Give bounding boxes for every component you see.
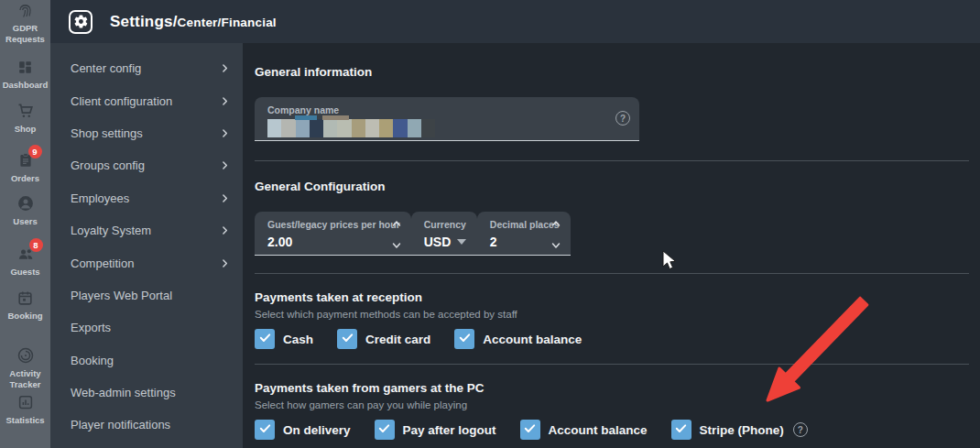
redaction-block: [281, 119, 295, 137]
checkbox-label: Stripe (Phone): [700, 423, 784, 437]
redaction-block: [352, 119, 365, 137]
redaction-block: [379, 119, 393, 137]
option-account-balance[interactable]: Account balance: [454, 329, 582, 349]
sidebar-item-players-web-portal[interactable]: Players Web Portal: [50, 279, 243, 311]
redaction-block: [408, 119, 421, 137]
section-title-payments-reception: Payments taken at reception: [255, 290, 969, 304]
checkbox-label: Pay after logout: [403, 423, 496, 437]
checkbox-label: Account balance: [549, 423, 648, 437]
settings-sidebar: Center config Client configuration Shop …: [50, 43, 243, 448]
redaction-block: [267, 119, 281, 137]
checkmark-icon: [523, 421, 537, 439]
sidebar-item-competition[interactable]: Competition: [50, 246, 243, 279]
checkmark-icon: [258, 421, 272, 439]
help-circle-icon[interactable]: ?: [615, 111, 630, 126]
option-on-delivery[interactable]: On delivery: [255, 420, 351, 440]
main-content: General information Company name ? Gener…: [243, 43, 980, 448]
rail-item-gdpr-requests[interactable]: GDPR Requests: [0, 0, 50, 45]
payments-pc-subtitle: Select how gamers can pay you while play…: [255, 399, 969, 410]
stepper-arrows[interactable]: [391, 219, 402, 250]
checkmark-icon: [377, 421, 391, 439]
sidebar-item-center-config[interactable]: Center config: [50, 52, 243, 84]
rail-item-guests[interactable]: 8 Guests: [0, 244, 50, 278]
sidebar-item-label: Employees: [71, 191, 129, 205]
sidebar-item-groups-config[interactable]: Groups config: [50, 149, 243, 181]
sidebar-item-label: Loyalty System: [71, 224, 151, 237]
checkbox[interactable]: [255, 329, 275, 349]
sidebar-item-loyalty-system[interactable]: Loyalty System: [50, 214, 243, 246]
field-value: 2: [490, 235, 560, 249]
sidebar-item-label: Competition: [71, 257, 134, 270]
rail-item-label: Orders: [2, 173, 49, 184]
sidebar-item-web-admin-settings[interactable]: Web-admin settings: [50, 377, 243, 409]
checkbox[interactable]: [375, 420, 395, 440]
sidebar-item-booking[interactable]: Booking: [50, 344, 243, 377]
sidebar-item-label: Client configuration: [71, 94, 172, 108]
checkbox[interactable]: [520, 420, 540, 440]
redaction-block: [337, 119, 351, 137]
sidebar-item-client-configuration[interactable]: Client configuration: [50, 84, 243, 116]
checkbox[interactable]: [337, 329, 357, 349]
redaction-strip: [295, 115, 317, 120]
sidebar-item-player-notifications[interactable]: Player notifications: [50, 409, 243, 441]
checkbox[interactable]: [454, 329, 474, 349]
rail-item-dashboard[interactable]: Dashboard: [0, 57, 50, 91]
stepper-arrows[interactable]: [550, 219, 561, 250]
rail-item-shop[interactable]: Shop: [0, 101, 50, 135]
option-cash[interactable]: Cash: [255, 329, 313, 349]
notification-badge: 9: [28, 145, 42, 158]
sidebar-item-label: Player notifications: [71, 418, 170, 432]
checkbox[interactable]: [671, 420, 691, 440]
rail-item-label: Booking: [2, 311, 49, 322]
checkmark-icon: [258, 331, 272, 348]
checkbox-label: Cash: [283, 333, 313, 346]
dropdown-caret-icon[interactable]: [457, 232, 466, 248]
rail-item-label: Shop: [2, 124, 49, 135]
field-label: Currency: [424, 219, 466, 230]
rail-item-statistics[interactable]: Statistics: [0, 392, 50, 426]
sidebar-item-shop-settings[interactable]: Shop settings: [50, 117, 243, 149]
sidebar-item-exports[interactable]: Exports: [50, 311, 243, 344]
rail-item-booking[interactable]: Booking: [0, 288, 50, 322]
checkbox-label: Account balance: [483, 333, 582, 346]
rail-item-activity-tracker[interactable]: Activity Tracker: [0, 345, 50, 390]
redaction-block: [421, 119, 435, 137]
sidebar-item-label: Exports: [71, 321, 111, 334]
rail-item-label: Statistics: [2, 415, 49, 426]
sidebar-item-employees[interactable]: Employees: [50, 182, 243, 214]
field-currency[interactable]: Currency USD: [411, 212, 477, 256]
header: Settings/ Center/Financial: [50, 0, 980, 43]
company-name-field[interactable]: Company name ?: [255, 97, 639, 141]
chevron-right-icon: [220, 193, 230, 203]
payments-reception-options: Cash Credit card Account balance: [255, 328, 969, 350]
rail-item-orders[interactable]: 9 Orders: [0, 150, 50, 184]
field-decimal-places[interactable]: Decimal places 2: [477, 212, 571, 256]
option-stripe-phone[interactable]: Stripe (Phone) ?: [671, 420, 808, 440]
payments-reception-subtitle: Select which payment methods can be acce…: [255, 309, 969, 320]
field-guest-legacy-prices-per-hour[interactable]: Guest/legacy prices per hour 2.00: [255, 212, 411, 256]
notification-badge: 8: [29, 238, 43, 252]
divider: [255, 273, 969, 274]
option-account-balance[interactable]: Account balance: [520, 420, 648, 440]
divider: [255, 364, 969, 365]
checkmark-icon: [341, 331, 354, 348]
checkbox[interactable]: [255, 420, 275, 440]
field-label: Guest/legacy prices per hour: [267, 219, 400, 230]
redaction-block: [365, 119, 379, 137]
divider: [255, 160, 969, 161]
option-credit-card[interactable]: Credit card: [337, 329, 430, 349]
sidebar-item-label: Web-admin settings: [71, 386, 176, 399]
sidebar-item-label: Center config: [71, 61, 141, 75]
rail-item-label: GDPR Requests: [2, 23, 49, 45]
company-name-label: Company name: [267, 104, 628, 115]
section-title-payments-pc: Payments taken from gamers at the PC: [255, 381, 969, 395]
icon-rail: Dashboard Shop 9 Orders Users 8 Guests: [0, 0, 50, 448]
chevron-right-icon: [220, 225, 230, 235]
redaction-block: [393, 119, 407, 137]
help-circle-icon[interactable]: ?: [793, 422, 808, 437]
chevron-right-icon: [220, 258, 230, 268]
option-pay-after-logout[interactable]: Pay after logout: [375, 420, 496, 440]
sidebar-item-label: Shop settings: [71, 126, 143, 140]
checkmark-icon: [458, 331, 472, 348]
rail-item-users[interactable]: Users: [0, 193, 50, 227]
